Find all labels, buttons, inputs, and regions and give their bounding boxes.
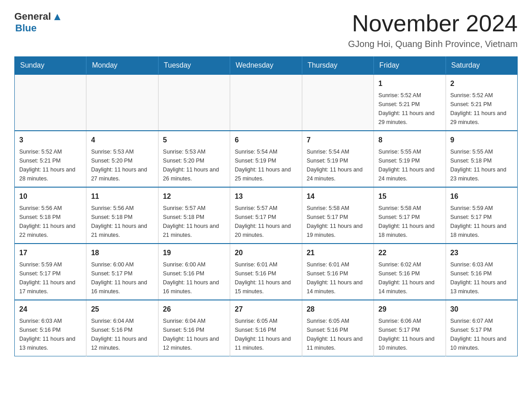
calendar-cell: 5Sunrise: 5:53 AMSunset: 5:20 PMDaylight… — [158, 131, 230, 187]
day-info: Sunrise: 6:04 AMSunset: 5:16 PMDaylight:… — [91, 317, 153, 352]
calendar-cell: 15Sunrise: 5:58 AMSunset: 5:17 PMDayligh… — [374, 187, 446, 244]
day-info: Sunrise: 6:05 AMSunset: 5:16 PMDaylight:… — [307, 317, 369, 352]
logo-general-text: General — [14, 11, 51, 22]
header-monday: Monday — [86, 57, 158, 75]
day-info: Sunrise: 5:53 AMSunset: 5:20 PMDaylight:… — [163, 147, 225, 183]
week-row-2: 3Sunrise: 5:52 AMSunset: 5:21 PMDaylight… — [15, 131, 518, 187]
calendar-cell: 29Sunrise: 6:06 AMSunset: 5:17 PMDayligh… — [374, 300, 446, 356]
day-info: Sunrise: 5:54 AMSunset: 5:19 PMDaylight:… — [307, 147, 369, 183]
calendar-cell — [302, 74, 373, 131]
calendar-cell: 6Sunrise: 5:54 AMSunset: 5:19 PMDaylight… — [230, 131, 302, 187]
day-info: Sunrise: 5:57 AMSunset: 5:17 PMDaylight:… — [235, 204, 297, 240]
day-info: Sunrise: 6:00 AMSunset: 5:16 PMDaylight:… — [163, 260, 225, 296]
day-info: Sunrise: 5:57 AMSunset: 5:18 PMDaylight:… — [163, 204, 225, 240]
day-info: Sunrise: 6:04 AMSunset: 5:16 PMDaylight:… — [163, 317, 225, 352]
page-title: November 2024 — [348, 11, 518, 36]
calendar-cell: 11Sunrise: 5:56 AMSunset: 5:18 PMDayligh… — [86, 187, 158, 244]
day-number: 19 — [163, 248, 225, 258]
day-number: 22 — [378, 248, 441, 258]
week-row-1: 1Sunrise: 5:52 AMSunset: 5:21 PMDaylight… — [15, 74, 518, 131]
day-info: Sunrise: 6:01 AMSunset: 5:16 PMDaylight:… — [307, 260, 369, 296]
day-info: Sunrise: 5:52 AMSunset: 5:21 PMDaylight:… — [19, 147, 82, 183]
header-wednesday: Wednesday — [230, 57, 302, 75]
header-thursday: Thursday — [302, 57, 373, 75]
calendar-cell: 28Sunrise: 6:05 AMSunset: 5:16 PMDayligh… — [302, 300, 373, 356]
calendar-cell: 9Sunrise: 5:55 AMSunset: 5:18 PMDaylight… — [446, 131, 517, 187]
calendar-cell: 2Sunrise: 5:52 AMSunset: 5:21 PMDaylight… — [446, 74, 517, 131]
day-info: Sunrise: 6:01 AMSunset: 5:16 PMDaylight:… — [235, 260, 297, 296]
day-number: 9 — [450, 135, 513, 146]
day-number: 10 — [19, 191, 82, 202]
day-number: 27 — [235, 304, 297, 315]
day-number: 12 — [163, 191, 225, 202]
calendar-cell: 19Sunrise: 6:00 AMSunset: 5:16 PMDayligh… — [158, 244, 230, 300]
week-row-5: 24Sunrise: 6:03 AMSunset: 5:16 PMDayligh… — [15, 300, 518, 356]
logo-blue-text: Blue — [15, 22, 37, 34]
day-number: 28 — [307, 304, 369, 315]
calendar-cell — [15, 74, 86, 131]
day-info: Sunrise: 6:07 AMSunset: 5:17 PMDaylight:… — [450, 317, 513, 352]
day-number: 20 — [235, 248, 297, 258]
day-info: Sunrise: 5:58 AMSunset: 5:17 PMDaylight:… — [307, 204, 369, 240]
calendar-cell: 26Sunrise: 6:04 AMSunset: 5:16 PMDayligh… — [158, 300, 230, 356]
calendar-cell: 25Sunrise: 6:04 AMSunset: 5:16 PMDayligh… — [86, 300, 158, 356]
day-info: Sunrise: 6:00 AMSunset: 5:17 PMDaylight:… — [91, 260, 153, 296]
day-number: 13 — [235, 191, 297, 202]
calendar-cell: 10Sunrise: 5:56 AMSunset: 5:18 PMDayligh… — [15, 187, 86, 244]
calendar-cell — [230, 74, 302, 131]
day-number: 2 — [450, 78, 513, 89]
day-info: Sunrise: 5:55 AMSunset: 5:19 PMDaylight:… — [378, 147, 441, 183]
day-info: Sunrise: 6:03 AMSunset: 5:16 PMDaylight:… — [450, 260, 513, 296]
header-friday: Friday — [374, 57, 446, 75]
day-number: 3 — [19, 135, 82, 146]
calendar-cell: 4Sunrise: 5:53 AMSunset: 5:20 PMDaylight… — [86, 131, 158, 187]
day-number: 29 — [378, 304, 441, 315]
calendar-cell: 24Sunrise: 6:03 AMSunset: 5:16 PMDayligh… — [15, 300, 86, 356]
calendar-cell: 17Sunrise: 5:59 AMSunset: 5:17 PMDayligh… — [15, 244, 86, 300]
day-number: 4 — [91, 135, 153, 146]
day-info: Sunrise: 5:59 AMSunset: 5:17 PMDaylight:… — [19, 260, 82, 296]
calendar-cell — [86, 74, 158, 131]
calendar-cell: 21Sunrise: 6:01 AMSunset: 5:16 PMDayligh… — [302, 244, 373, 300]
page-header: General Blue November 2024 GJong Hoi, Qu… — [14, 11, 518, 49]
day-info: Sunrise: 5:52 AMSunset: 5:21 PMDaylight:… — [378, 91, 441, 127]
header-tuesday: Tuesday — [158, 57, 230, 75]
day-info: Sunrise: 5:56 AMSunset: 5:18 PMDaylight:… — [91, 204, 153, 240]
day-info: Sunrise: 5:54 AMSunset: 5:19 PMDaylight:… — [235, 147, 297, 183]
day-number: 6 — [235, 135, 297, 146]
calendar-cell: 1Sunrise: 5:52 AMSunset: 5:21 PMDaylight… — [374, 74, 446, 131]
day-number: 7 — [307, 135, 369, 146]
day-number: 18 — [91, 248, 153, 258]
day-number: 25 — [91, 304, 153, 315]
calendar-cell: 22Sunrise: 6:02 AMSunset: 5:16 PMDayligh… — [374, 244, 446, 300]
day-number: 16 — [450, 191, 513, 202]
calendar-header-row: SundayMondayTuesdayWednesdayThursdayFrid… — [15, 57, 518, 75]
day-info: Sunrise: 6:06 AMSunset: 5:17 PMDaylight:… — [378, 317, 441, 352]
day-info: Sunrise: 6:05 AMSunset: 5:16 PMDaylight:… — [235, 317, 297, 352]
day-info: Sunrise: 5:58 AMSunset: 5:17 PMDaylight:… — [378, 204, 441, 240]
week-row-4: 17Sunrise: 5:59 AMSunset: 5:17 PMDayligh… — [15, 244, 518, 300]
day-info: Sunrise: 5:52 AMSunset: 5:21 PMDaylight:… — [450, 91, 513, 127]
logo: General Blue — [14, 11, 62, 34]
logo-triangle-icon — [52, 12, 62, 22]
calendar-cell: 16Sunrise: 5:59 AMSunset: 5:17 PMDayligh… — [446, 187, 517, 244]
day-number: 24 — [19, 304, 82, 315]
day-number: 30 — [450, 304, 513, 315]
calendar-table: SundayMondayTuesdayWednesdayThursdayFrid… — [14, 56, 518, 356]
calendar-cell: 27Sunrise: 6:05 AMSunset: 5:16 PMDayligh… — [230, 300, 302, 356]
day-info: Sunrise: 5:55 AMSunset: 5:18 PMDaylight:… — [450, 147, 513, 183]
day-number: 5 — [163, 135, 225, 146]
day-number: 8 — [378, 135, 441, 146]
day-number: 23 — [450, 248, 513, 258]
calendar-cell: 12Sunrise: 5:57 AMSunset: 5:18 PMDayligh… — [158, 187, 230, 244]
calendar-cell: 7Sunrise: 5:54 AMSunset: 5:19 PMDaylight… — [302, 131, 373, 187]
day-number: 26 — [163, 304, 225, 315]
calendar-cell: 18Sunrise: 6:00 AMSunset: 5:17 PMDayligh… — [86, 244, 158, 300]
day-number: 1 — [378, 78, 441, 89]
calendar-cell — [158, 74, 230, 131]
day-number: 17 — [19, 248, 82, 258]
calendar-cell: 30Sunrise: 6:07 AMSunset: 5:17 PMDayligh… — [446, 300, 517, 356]
calendar-cell: 23Sunrise: 6:03 AMSunset: 5:16 PMDayligh… — [446, 244, 517, 300]
page-subtitle: GJong Hoi, Quang Binh Province, Vietnam — [348, 39, 518, 49]
day-info: Sunrise: 6:02 AMSunset: 5:16 PMDaylight:… — [378, 260, 441, 296]
